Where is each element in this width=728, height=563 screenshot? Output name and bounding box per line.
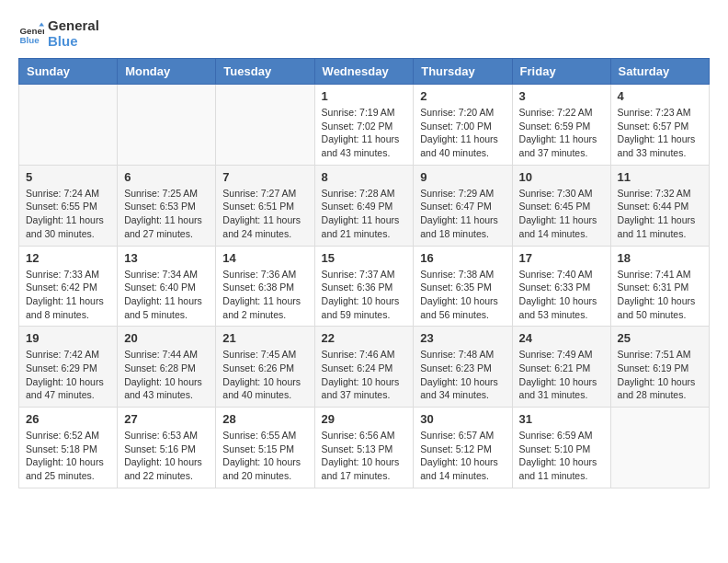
logo-blue-text: Blue <box>48 34 99 50</box>
weekday-header-sunday: Sunday <box>19 59 118 85</box>
day-info: Sunrise: 6:56 AM Sunset: 5:13 PM Dayligh… <box>322 429 407 483</box>
day-info: Sunrise: 7:51 AM Sunset: 6:19 PM Dayligh… <box>618 348 702 402</box>
day-info: Sunrise: 7:41 AM Sunset: 6:31 PM Dayligh… <box>618 268 702 322</box>
calendar-cell: 19Sunrise: 7:42 AM Sunset: 6:29 PM Dayli… <box>19 327 118 408</box>
weekday-header-wednesday: Wednesday <box>314 59 414 85</box>
calendar-cell: 5Sunrise: 7:24 AM Sunset: 6:55 PM Daylig… <box>19 165 118 246</box>
day-number: 15 <box>322 251 407 265</box>
day-number: 4 <box>618 89 702 103</box>
calendar-cell: 15Sunrise: 7:37 AM Sunset: 6:36 PM Dayli… <box>314 246 414 327</box>
day-info: Sunrise: 7:20 AM Sunset: 7:00 PM Dayligh… <box>420 106 505 160</box>
day-number: 22 <box>322 331 407 345</box>
logo-general-text: General <box>48 18 99 34</box>
calendar-cell: 13Sunrise: 7:34 AM Sunset: 6:40 PM Dayli… <box>118 246 216 327</box>
logo-icon: General Blue <box>18 21 44 47</box>
day-info: Sunrise: 7:48 AM Sunset: 6:23 PM Dayligh… <box>420 348 505 402</box>
day-info: Sunrise: 7:46 AM Sunset: 6:24 PM Dayligh… <box>322 348 407 402</box>
day-number: 19 <box>26 331 110 345</box>
day-number: 7 <box>222 170 307 184</box>
day-info: Sunrise: 7:24 AM Sunset: 6:55 PM Dayligh… <box>26 187 110 241</box>
day-info: Sunrise: 7:40 AM Sunset: 6:33 PM Dayligh… <box>519 268 604 322</box>
day-info: Sunrise: 7:32 AM Sunset: 6:44 PM Dayligh… <box>618 187 702 241</box>
day-info: Sunrise: 7:45 AM Sunset: 6:26 PM Dayligh… <box>222 348 307 402</box>
day-number: 17 <box>519 251 604 265</box>
day-number: 30 <box>420 412 505 426</box>
calendar-cell: 31Sunrise: 6:59 AM Sunset: 5:10 PM Dayli… <box>512 408 610 488</box>
calendar-cell: 7Sunrise: 7:27 AM Sunset: 6:51 PM Daylig… <box>216 165 314 246</box>
day-info: Sunrise: 7:23 AM Sunset: 6:57 PM Dayligh… <box>618 106 702 160</box>
weekday-header-monday: Monday <box>118 59 216 85</box>
calendar-cell: 28Sunrise: 6:55 AM Sunset: 5:15 PM Dayli… <box>216 408 314 488</box>
day-info: Sunrise: 7:28 AM Sunset: 6:49 PM Dayligh… <box>322 187 407 241</box>
day-number: 8 <box>322 170 407 184</box>
day-info: Sunrise: 7:34 AM Sunset: 6:40 PM Dayligh… <box>124 268 209 322</box>
calendar-week-4: 19Sunrise: 7:42 AM Sunset: 6:29 PM Dayli… <box>19 327 710 408</box>
calendar-cell <box>216 85 314 166</box>
calendar-cell: 20Sunrise: 7:44 AM Sunset: 6:28 PM Dayli… <box>118 327 216 408</box>
day-number: 28 <box>222 412 307 426</box>
calendar-cell: 18Sunrise: 7:41 AM Sunset: 6:31 PM Dayli… <box>610 246 709 327</box>
weekday-header-saturday: Saturday <box>610 59 709 85</box>
calendar-cell: 4Sunrise: 7:23 AM Sunset: 6:57 PM Daylig… <box>610 85 709 166</box>
calendar-cell: 25Sunrise: 7:51 AM Sunset: 6:19 PM Dayli… <box>610 327 709 408</box>
day-number: 14 <box>222 251 307 265</box>
weekday-header-friday: Friday <box>512 59 610 85</box>
day-number: 26 <box>26 412 110 426</box>
day-number: 29 <box>322 412 407 426</box>
svg-marker-2 <box>39 22 44 26</box>
day-info: Sunrise: 7:44 AM Sunset: 6:28 PM Dayligh… <box>124 348 209 402</box>
calendar-cell: 6Sunrise: 7:25 AM Sunset: 6:53 PM Daylig… <box>118 165 216 246</box>
calendar-cell <box>19 85 118 166</box>
calendar-week-1: 1Sunrise: 7:19 AM Sunset: 7:02 PM Daylig… <box>19 85 710 166</box>
day-number: 27 <box>124 412 209 426</box>
calendar-cell: 1Sunrise: 7:19 AM Sunset: 7:02 PM Daylig… <box>314 85 414 166</box>
calendar-cell: 14Sunrise: 7:36 AM Sunset: 6:38 PM Dayli… <box>216 246 314 327</box>
day-info: Sunrise: 7:49 AM Sunset: 6:21 PM Dayligh… <box>519 348 604 402</box>
calendar-cell: 9Sunrise: 7:29 AM Sunset: 6:47 PM Daylig… <box>414 165 512 246</box>
day-info: Sunrise: 7:30 AM Sunset: 6:45 PM Dayligh… <box>519 187 604 241</box>
day-info: Sunrise: 7:19 AM Sunset: 7:02 PM Dayligh… <box>322 106 407 160</box>
day-number: 6 <box>124 170 209 184</box>
calendar-cell: 8Sunrise: 7:28 AM Sunset: 6:49 PM Daylig… <box>314 165 414 246</box>
day-info: Sunrise: 7:29 AM Sunset: 6:47 PM Dayligh… <box>420 187 505 241</box>
calendar-cell: 24Sunrise: 7:49 AM Sunset: 6:21 PM Dayli… <box>512 327 610 408</box>
calendar-cell: 29Sunrise: 6:56 AM Sunset: 5:13 PM Dayli… <box>314 408 414 488</box>
day-info: Sunrise: 7:36 AM Sunset: 6:38 PM Dayligh… <box>222 268 307 322</box>
day-info: Sunrise: 6:55 AM Sunset: 5:15 PM Dayligh… <box>222 429 307 483</box>
calendar-cell: 2Sunrise: 7:20 AM Sunset: 7:00 PM Daylig… <box>414 85 512 166</box>
calendar-cell <box>610 408 709 488</box>
logo: General Blue General Blue <box>18 18 99 49</box>
day-info: Sunrise: 7:37 AM Sunset: 6:36 PM Dayligh… <box>322 268 407 322</box>
weekday-header-tuesday: Tuesday <box>216 59 314 85</box>
page-header: General Blue General Blue <box>18 18 710 49</box>
calendar-week-3: 12Sunrise: 7:33 AM Sunset: 6:42 PM Dayli… <box>19 246 710 327</box>
day-info: Sunrise: 7:42 AM Sunset: 6:29 PM Dayligh… <box>26 348 110 402</box>
day-info: Sunrise: 6:52 AM Sunset: 5:18 PM Dayligh… <box>26 429 110 483</box>
calendar-cell: 3Sunrise: 7:22 AM Sunset: 6:59 PM Daylig… <box>512 85 610 166</box>
day-info: Sunrise: 6:59 AM Sunset: 5:10 PM Dayligh… <box>519 429 604 483</box>
day-info: Sunrise: 7:33 AM Sunset: 6:42 PM Dayligh… <box>26 268 110 322</box>
day-number: 9 <box>420 170 505 184</box>
day-number: 24 <box>519 331 604 345</box>
day-info: Sunrise: 7:27 AM Sunset: 6:51 PM Dayligh… <box>222 187 307 241</box>
day-number: 2 <box>420 89 505 103</box>
calendar-week-2: 5Sunrise: 7:24 AM Sunset: 6:55 PM Daylig… <box>19 165 710 246</box>
day-number: 3 <box>519 89 604 103</box>
day-number: 11 <box>618 170 702 184</box>
day-info: Sunrise: 7:38 AM Sunset: 6:35 PM Dayligh… <box>420 268 505 322</box>
day-info: Sunrise: 7:25 AM Sunset: 6:53 PM Dayligh… <box>124 187 209 241</box>
calendar-week-5: 26Sunrise: 6:52 AM Sunset: 5:18 PM Dayli… <box>19 408 710 488</box>
calendar-cell: 17Sunrise: 7:40 AM Sunset: 6:33 PM Dayli… <box>512 246 610 327</box>
calendar-cell: 22Sunrise: 7:46 AM Sunset: 6:24 PM Dayli… <box>314 327 414 408</box>
day-number: 13 <box>124 251 209 265</box>
calendar-cell: 10Sunrise: 7:30 AM Sunset: 6:45 PM Dayli… <box>512 165 610 246</box>
day-number: 12 <box>26 251 110 265</box>
day-number: 1 <box>322 89 407 103</box>
day-number: 25 <box>618 331 702 345</box>
day-info: Sunrise: 7:22 AM Sunset: 6:59 PM Dayligh… <box>519 106 604 160</box>
svg-text:Blue: Blue <box>19 34 40 44</box>
day-number: 23 <box>420 331 505 345</box>
calendar-cell: 21Sunrise: 7:45 AM Sunset: 6:26 PM Dayli… <box>216 327 314 408</box>
calendar-cell: 23Sunrise: 7:48 AM Sunset: 6:23 PM Dayli… <box>414 327 512 408</box>
calendar-cell: 27Sunrise: 6:53 AM Sunset: 5:16 PM Dayli… <box>118 408 216 488</box>
